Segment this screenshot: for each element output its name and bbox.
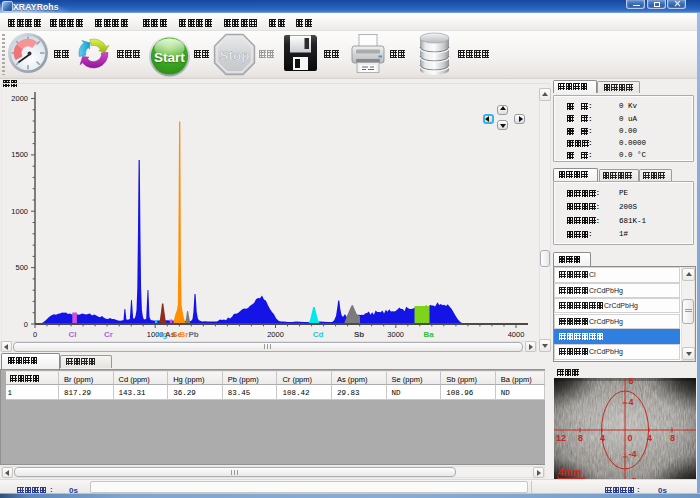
svg-text:4: 4 [647,433,652,443]
svg-text:8: 8 [629,378,634,386]
svg-text:8: 8 [670,433,675,443]
svg-text:12: 12 [556,433,566,443]
svg-text:Cr: Cr [104,330,113,339]
svg-text:Sb: Sb [354,330,364,339]
svg-text:Ba: Ba [423,330,434,339]
svg-text:0: 0 [33,330,37,339]
svg-text:500: 500 [15,263,28,272]
svg-text:Pb: Pb [188,330,198,339]
svg-text:8: 8 [578,433,583,443]
svg-text:Cl: Cl [69,330,77,339]
svg-text:0: 0 [628,433,633,443]
svg-text:4000: 4000 [508,330,525,339]
svg-text:4: 4 [629,397,634,407]
svg-text:3000: 3000 [387,330,404,339]
svg-text:1000: 1000 [11,207,28,216]
svg-text:2000: 2000 [267,330,284,339]
svg-text:Cd: Cd [313,330,324,339]
svg-text:2000: 2000 [11,94,28,103]
svg-text:0: 0 [24,320,28,329]
svg-text:4mm: 4mm [558,467,581,478]
svg-text:1500: 1500 [11,150,28,159]
svg-text:-4: -4 [629,449,637,459]
svg-text:4: 4 [600,433,605,443]
svg-text:Br: Br [180,330,189,339]
